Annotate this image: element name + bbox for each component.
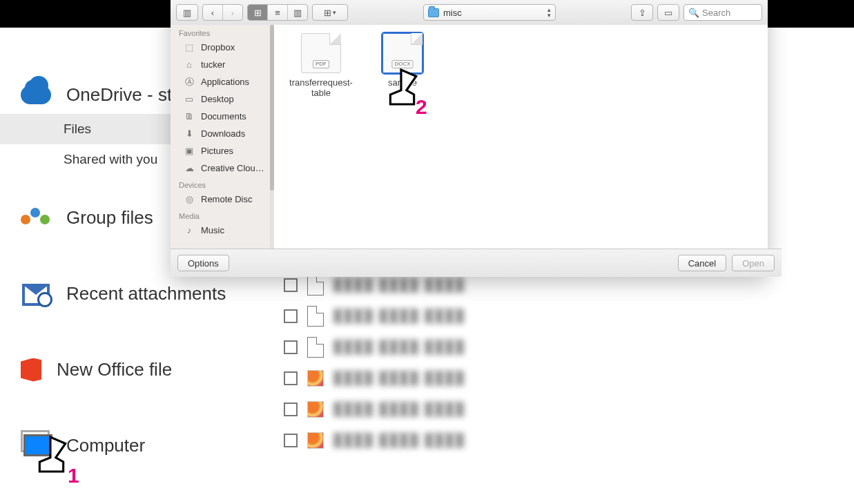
sidebar-item[interactable]: ♪Music: [171, 222, 274, 239]
sidebar-item[interactable]: ⌂tucker: [171, 56, 274, 73]
mail-clock-icon: [21, 284, 51, 304]
folder-icon: [428, 8, 439, 17]
view-seg: ⊞ ≡ ▥: [247, 4, 308, 21]
sidebar-item-icon: ♪: [183, 226, 195, 235]
back-button[interactable]: ‹: [203, 5, 223, 20]
file-name: transferrequest-table: [283, 77, 359, 98]
checkbox[interactable]: [284, 340, 298, 354]
onedrive-title-label: OneDrive - sto: [66, 84, 182, 106]
file-thumb: PDF: [301, 33, 341, 73]
table-row[interactable]: ████ ████ ████Thursday, August 06, 2015 …: [252, 394, 854, 425]
sidebar-item-label: Files: [64, 122, 91, 137]
sidebar-item-label: Applications: [201, 77, 249, 87]
sidebar-item-icon: ⬇: [183, 129, 195, 139]
file-thumb: DOCX: [382, 33, 423, 73]
macos-file-dialog: ▥ ‹ › ⊞ ≡ ▥ ⊞ ▾ misc ▴▾ ⇪ ▭ 🔍 Search Fav…: [171, 0, 768, 277]
file-item[interactable]: PDFtransferrequest-table: [283, 33, 359, 98]
table-row[interactable]: ████ ████ ████Tuesday, September 08, 201…: [252, 300, 854, 331]
finder-footer: Options Cancel Open: [171, 249, 782, 277]
file-name-redacted: ████ ████ ████: [333, 371, 506, 385]
firefox-file-icon: [307, 432, 324, 449]
finder-sidebar: Favorites ⬚Dropbox⌂tuckerⒶApplications▭D…: [171, 25, 275, 249]
path-popup[interactable]: misc ▴▾: [423, 4, 556, 21]
sidebar-item-icon: ▣: [183, 146, 195, 156]
cancel-button[interactable]: Cancel: [678, 255, 726, 271]
search-icon: 🔍: [688, 8, 699, 18]
table-row[interactable]: ████ ████ ████Wednesday, June 10, 2015 1…: [252, 425, 854, 456]
sidebar-item-icon: 🗎: [183, 112, 195, 122]
sidebar-item[interactable]: ⬚Dropbox: [171, 39, 274, 56]
sidebar-item-computer[interactable]: Computer: [0, 427, 249, 465]
sidebar-item[interactable]: ⒶApplications: [171, 73, 274, 90]
firefox-file-icon: [307, 401, 324, 418]
sidebar-item-new-office[interactable]: New Office file: [0, 351, 249, 389]
view-column-button[interactable]: ▥: [288, 5, 307, 20]
file-name-redacted: ████ ████ ████: [333, 433, 506, 447]
search-placeholder: Search: [702, 8, 730, 18]
sidebar-item-icon: ⌂: [183, 60, 195, 70]
sidebar-item[interactable]: 🗎Documents: [171, 108, 274, 125]
sidebar-item[interactable]: ▭Desktop: [171, 90, 274, 108]
sidebar-item-icon: ⬚: [183, 43, 195, 52]
sidebar-item-icon: Ⓐ: [183, 77, 195, 87]
sidebar-section-devices: Devices: [179, 181, 274, 189]
finder-toolbar: ▥ ‹ › ⊞ ≡ ▥ ⊞ ▾ misc ▴▾ ⇪ ▭ 🔍 Search: [171, 0, 768, 26]
firefox-file-icon: [307, 370, 324, 387]
open-button[interactable]: Open: [732, 255, 775, 271]
checkbox[interactable]: [284, 434, 298, 447]
nav-seg: ‹ ›: [202, 4, 243, 21]
sidebar-item-recent[interactable]: Recent attachments: [0, 275, 249, 313]
office-icon: [21, 358, 41, 382]
sidebar-section-favorites: Favorites: [179, 29, 274, 37]
table-row[interactable]: ████ ████ ████Tuesday, September 08, 201…: [252, 331, 854, 362]
sidebar-item-label: Remote Disc: [201, 194, 252, 204]
forward-button[interactable]: ›: [223, 5, 242, 20]
sidebar-item-label: Dropbox: [201, 42, 235, 52]
checkbox[interactable]: [284, 309, 298, 323]
sidebar-item-label: Creative Clou…: [201, 163, 264, 173]
file-item[interactable]: DOCXsample: [365, 33, 440, 88]
file-name-redacted: ████ ████ ████: [333, 309, 506, 323]
file-type-badge: DOCX: [391, 60, 413, 68]
options-button[interactable]: Options: [177, 255, 229, 271]
onedrive-cloud-icon: [21, 86, 51, 104]
file-type-badge: PDF: [313, 60, 329, 68]
sidebar-toggle-button[interactable]: ▥: [176, 4, 198, 21]
group-menu[interactable]: ⊞ ▾: [312, 4, 348, 21]
file-icon: [307, 275, 324, 295]
sidebar-item[interactable]: ⬇Downloads: [171, 125, 274, 142]
sidebar-item-label: Pictures: [201, 146, 233, 156]
table-row[interactable]: ████ ████ ████Thursday, August 06, 2015 …: [252, 362, 854, 394]
updown-icon: ▴▾: [547, 7, 551, 18]
sidebar-item-label: Desktop: [201, 94, 234, 104]
sidebar-section-media: Media: [179, 212, 274, 220]
sidebar-item-label: Computer: [66, 435, 145, 456]
share-button[interactable]: ⇪: [631, 4, 653, 21]
sidebar-item-label: Downloads: [201, 128, 245, 139]
sidebar-item[interactable]: ☁Creative Clou…: [171, 159, 274, 177]
computer-icon: [21, 434, 51, 458]
checkbox[interactable]: [284, 371, 298, 385]
search-input[interactable]: 🔍 Search: [683, 4, 762, 21]
sidebar-item-label: Group files: [66, 207, 153, 229]
sidebar-item-label: Recent attachments: [66, 283, 226, 304]
checkbox[interactable]: [284, 278, 298, 292]
sidebar-item-icon: ☁: [183, 164, 195, 173]
path-label: misc: [443, 8, 462, 18]
file-name-redacted: ████ ████ ████: [333, 278, 506, 292]
people-icon: [21, 208, 51, 229]
view-list-button[interactable]: ≡: [268, 5, 288, 20]
view-icon-button[interactable]: ⊞: [248, 5, 268, 20]
file-icon: [307, 337, 324, 358]
sidebar-item-icon: ◎: [183, 195, 195, 204]
finder-file-area: PDFtransferrequest-tableDOCXsample: [274, 25, 768, 249]
sidebar-item-label: Documents: [201, 111, 246, 122]
file-icon: [307, 306, 324, 327]
checkbox[interactable]: [284, 403, 298, 416]
tags-button[interactable]: ▭: [657, 4, 679, 21]
file-name-redacted: ████ ████ ████: [333, 340, 506, 354]
sidebar-item[interactable]: ▣Pictures: [171, 142, 274, 159]
sidebar-item-icon: ▭: [183, 95, 195, 104]
sidebar-item[interactable]: ◎Remote Disc: [171, 191, 274, 208]
file-name: sample: [365, 77, 440, 88]
